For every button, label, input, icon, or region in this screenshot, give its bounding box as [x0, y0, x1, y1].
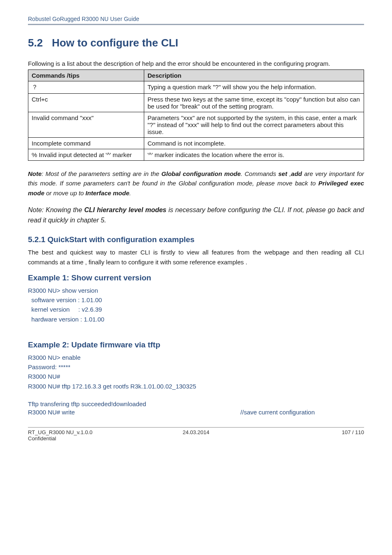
footer-confidential: Confidential [28, 435, 364, 442]
write-cmd: R3000 NU# write [28, 409, 75, 416]
example2-heading: Example 2: Update firmware via tftp [28, 340, 364, 349]
footer-mid: 24.03.2014 [140, 429, 252, 435]
example1-cli: R3000 NU> show version software version … [28, 286, 364, 324]
table-header-row: Commands /tips Description [28, 70, 364, 81]
note-paragraph: Note: Most of the parameters setting are… [28, 169, 364, 198]
cell-desc: Parameters "xxx" are not supported by th… [144, 112, 364, 138]
head-rule [28, 24, 364, 25]
running-head: Robustel GoRugged R3000 NU User Guide [28, 16, 364, 22]
section-number: 5.2 [28, 37, 43, 49]
lead-paragraph: Following is a list about the descriptio… [28, 60, 364, 67]
table-row: ？ Typing a question mark "?" will show y… [28, 81, 364, 94]
example1-heading: Example 1: Show current version [28, 273, 364, 282]
section-title: How to configure the CLI [52, 37, 178, 49]
footer-right: 107 / 110 [252, 429, 364, 435]
table-row: Invalid command "xxx" Parameters "xxx" a… [28, 112, 364, 138]
footer-rule [28, 427, 364, 428]
example2-cli-block2: Tftp transfering tftp succeeded!download… [28, 399, 364, 409]
cell-cmd: Ctrl+c [28, 94, 144, 112]
footer-left: RT_UG_R3000 NU_v.1.0.0 [28, 429, 140, 435]
footer: RT_UG_R3000 NU_v.1.0.0 24.03.2014 107 / … [28, 429, 364, 435]
section-heading: 5.2How to configure the CLI [28, 37, 364, 49]
cell-cmd: Invalid command "xxx" [28, 112, 144, 138]
cell-cmd: Incomplete command [28, 138, 144, 149]
subsection-521: 5.2.1 QuickStart with configuration exam… [28, 235, 364, 244]
sub521-para: The best and quickest way to master CLI … [28, 247, 364, 267]
example2-write-row: R3000 NU# write //save current configura… [28, 409, 364, 416]
cell-desc: Command is not incomplete. [144, 138, 364, 149]
cell-desc: '^' marker indicates the location where … [144, 149, 364, 161]
example2-cli-block1: R3000 NU> enable Password: ***** R3000 N… [28, 353, 364, 391]
cell-cmd: ？ [28, 81, 144, 94]
th-commands: Commands /tips [28, 70, 144, 81]
table-row: Ctrl+c Press these two keys at the same … [28, 94, 364, 112]
cell-desc: Typing a question mark "?" will show you… [144, 81, 364, 94]
note2-paragraph: Note: Knowing the CLI hierarchy level mo… [28, 205, 364, 226]
table-row: % Invalid input detected at '^' marker '… [28, 149, 364, 161]
cell-cmd: % Invalid input detected at '^' marker [28, 149, 144, 161]
cell-desc: Press these two keys at the same time, e… [144, 94, 364, 112]
commands-table: Commands /tips Description ？ Typing a qu… [28, 69, 364, 161]
th-description: Description [144, 70, 364, 81]
table-row: Incomplete command Command is not incomp… [28, 138, 364, 149]
write-comment: //save current configuration [240, 409, 364, 416]
